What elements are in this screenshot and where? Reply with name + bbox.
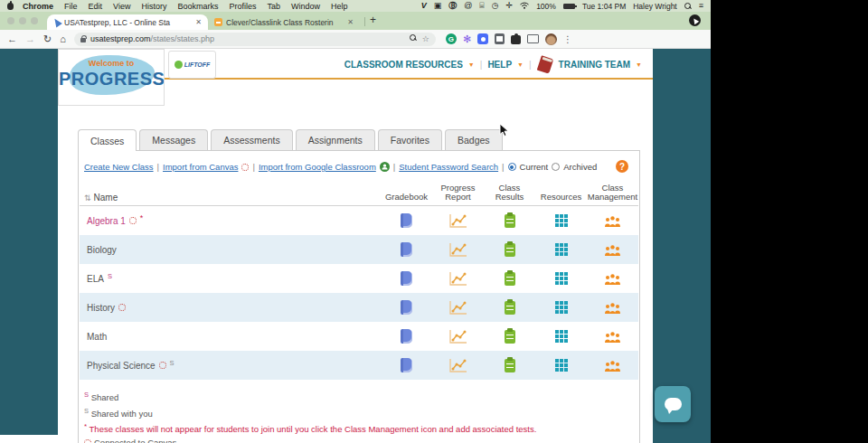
at-icon[interactable]: @ [464,2,472,10]
class-management-icon[interactable] [587,244,638,256]
current-label[interactable]: Current [520,162,549,172]
menu-app-name[interactable]: Chrome [23,2,53,11]
new-tab-button[interactable]: + [370,14,376,26]
column-name[interactable]: ⇅ Name [80,193,381,203]
class-name[interactable]: Algebra 1 [87,216,126,226]
profile-avatar[interactable] [545,33,557,45]
gradebook-icon[interactable] [381,329,432,344]
page-tab[interactable]: Favorites [378,129,442,150]
page-tab[interactable]: Messages [139,129,208,150]
spotlight-search-icon[interactable] [684,3,692,10]
class-management-icon[interactable] [587,215,638,227]
extensions-puzzle-icon[interactable] [511,35,521,44]
browser-menu-icon[interactable]: ⋮ [563,34,572,44]
gradebook-icon[interactable] [381,271,432,286]
gradebook-icon[interactable] [381,300,432,315]
progress-logo[interactable]: Welcome to PROGRESS [58,49,165,106]
class-name[interactable]: History [87,303,115,313]
browser-tab-clever[interactable]: Clever/Classlink Class Rosterin ✕ [208,14,360,30]
keyboard-icon[interactable]: ✛ [506,2,514,10]
menubar-clock[interactable]: Tue 1:04 PM [582,2,626,11]
close-window-button[interactable] [7,17,14,24]
progress-report-icon[interactable] [432,242,484,258]
nav-classroom-resources[interactable]: CLASSROOM RESOURCES [344,60,463,70]
resources-icon[interactable] [535,214,587,227]
class-name[interactable]: Math [87,332,107,342]
progress-report-icon[interactable] [432,213,484,229]
class-results-icon[interactable] [484,214,535,228]
page-tab[interactable]: Badges [445,129,503,150]
help-icon[interactable]: ? [616,160,628,173]
progress-report-icon[interactable] [432,271,484,287]
student-password-search-link[interactable]: Student Password Search [399,162,498,172]
v-app-icon[interactable]: V [421,2,427,10]
browser-tab-usatestprep[interactable]: USATestprep, LLC - Online Sta ✕ [47,14,208,30]
class-results-icon[interactable] [484,359,535,372]
current-radio[interactable] [508,163,516,171]
reload-button[interactable]: ↻ [43,34,52,44]
progress-report-icon[interactable] [432,329,484,344]
bookmark-star-icon[interactable]: ☆ [422,34,429,43]
minimize-window-button[interactable] [19,17,26,24]
gradebook-icon[interactable] [381,358,432,372]
menu-item[interactable]: Profiles [229,2,256,11]
class-results-icon[interactable] [484,330,535,344]
create-new-class-link[interactable]: Create New Class [84,162,154,172]
screenshot-icon[interactable]: ▣ [434,2,442,10]
liftoff-logo[interactable]: LIFTOFF [168,51,216,79]
close-tab-icon[interactable]: ✕ [347,18,354,26]
class-results-icon[interactable] [484,272,535,286]
class-management-icon[interactable] [587,273,638,285]
menu-item[interactable]: File [64,2,78,11]
gradebook-icon[interactable] [381,242,432,257]
gradebook-icon[interactable] [381,213,432,228]
class-management-icon[interactable] [587,360,638,372]
import-from-google-classroom-link[interactable]: Import from Google Classroom [259,162,376,172]
class-results-icon[interactable] [484,301,535,315]
resources-icon[interactable] [535,330,587,343]
class-name[interactable]: Biology [87,245,117,255]
grammarly-extension-icon[interactable]: G [446,33,457,44]
home-button[interactable]: ⌂ [60,34,66,44]
import-from-canvas-link[interactable]: Import from Canvas [163,162,238,172]
menu-item[interactable]: Help [331,2,348,11]
cast-icon[interactable] [527,34,539,43]
loom-extension-icon[interactable] [477,33,488,44]
resources-icon[interactable] [535,359,587,372]
class-name[interactable]: ELA [87,274,104,284]
class-name[interactable]: Physical Science [87,361,156,371]
zoom-window-button[interactable] [31,17,38,24]
close-tab-icon[interactable]: ✕ [195,18,202,26]
archived-label[interactable]: Archived [563,162,597,172]
menu-item[interactable]: History [141,2,166,11]
nav-training-team[interactable]: TRAINING TEAM [559,60,630,70]
page-tab[interactable]: Assessments [211,129,292,150]
menu-item[interactable]: Tab [267,2,280,11]
page-tab[interactable]: Classes [78,129,137,151]
menubar-user[interactable]: Haley Wright [633,2,677,11]
menu-item[interactable]: Edit [89,2,103,11]
apple-menu-icon[interactable] [7,3,14,10]
progress-report-icon[interactable] [432,300,484,316]
class-results-icon[interactable] [484,243,535,257]
page-tab[interactable]: Assignments [296,129,375,150]
address-bar[interactable]: usatestprep.com/states/states.php ☆ [74,33,436,46]
forward-button[interactable]: → [25,34,35,44]
class-management-icon[interactable] [587,302,638,314]
time-machine-icon[interactable]: ◷ [492,2,499,10]
display-icon[interactable]: ⌸ [479,2,484,10]
chat-button[interactable] [655,386,691,422]
archived-radio[interactable] [552,163,560,171]
nav-help[interactable]: HELP [487,60,512,70]
b-app-icon[interactable]: Ⓑ [448,2,457,10]
menu-item[interactable]: Window [291,2,320,11]
resources-icon[interactable] [535,272,587,285]
progress-report-icon[interactable] [432,358,484,373]
resources-icon[interactable] [535,301,587,314]
notes-extension-icon[interactable] [495,33,505,44]
back-button[interactable]: ← [7,34,17,44]
purple-extension-icon[interactable]: ✻ [463,34,471,44]
zoom-page-icon[interactable] [410,34,417,42]
menu-item[interactable]: Bookmarks [177,2,218,11]
menu-item[interactable]: View [113,2,130,11]
